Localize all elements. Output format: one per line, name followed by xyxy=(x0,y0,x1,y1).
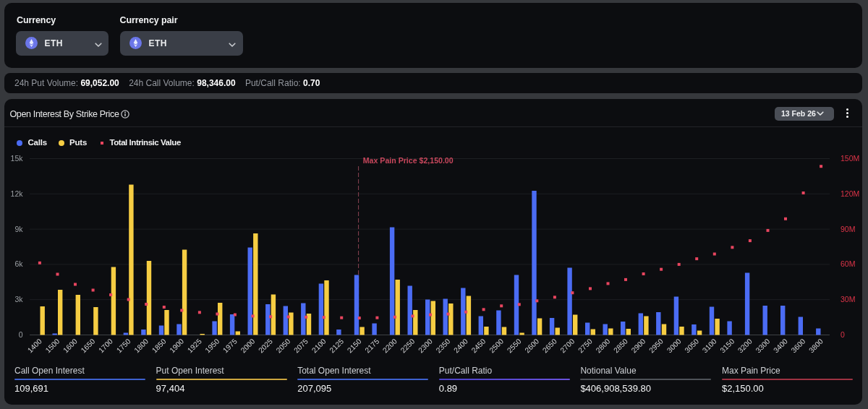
svg-text:3050: 3050 xyxy=(683,337,700,354)
svg-text:12k: 12k xyxy=(11,189,24,198)
svg-text:3300: 3300 xyxy=(754,337,772,354)
svg-text:90M: 90M xyxy=(841,225,855,233)
svg-text:60M: 60M xyxy=(841,259,855,268)
svg-text:2750: 2750 xyxy=(576,337,594,354)
svg-text:2600: 2600 xyxy=(523,337,540,354)
svg-text:1750: 1750 xyxy=(115,337,132,354)
svg-text:2850: 2850 xyxy=(612,337,629,354)
svg-text:2300: 2300 xyxy=(417,337,434,354)
svg-text:2175: 2175 xyxy=(364,337,381,354)
svg-text:9k: 9k xyxy=(14,225,23,233)
svg-text:2200: 2200 xyxy=(381,337,399,354)
svg-text:3400: 3400 xyxy=(772,337,789,354)
svg-text:3000: 3000 xyxy=(665,337,683,354)
svg-text:1500: 1500 xyxy=(44,337,61,354)
svg-text:1650: 1650 xyxy=(80,337,97,354)
svg-text:0: 0 xyxy=(841,330,845,339)
svg-text:2250: 2250 xyxy=(399,337,417,354)
svg-text:2650: 2650 xyxy=(541,337,558,354)
svg-text:2950: 2950 xyxy=(647,337,665,354)
svg-text:30M: 30M xyxy=(841,295,855,303)
svg-text:1600: 1600 xyxy=(61,337,79,354)
svg-text:1400: 1400 xyxy=(26,337,43,354)
svg-text:2450: 2450 xyxy=(470,337,488,354)
svg-text:3600: 3600 xyxy=(790,337,807,354)
svg-text:2500: 2500 xyxy=(488,337,505,354)
svg-text:1700: 1700 xyxy=(97,337,114,354)
svg-text:2700: 2700 xyxy=(559,337,576,354)
svg-text:1975: 1975 xyxy=(221,337,239,354)
svg-text:3150: 3150 xyxy=(719,337,736,354)
svg-text:150M: 150M xyxy=(841,154,859,163)
svg-text:3800: 3800 xyxy=(807,337,825,354)
svg-text:2150: 2150 xyxy=(346,337,363,354)
svg-text:2125: 2125 xyxy=(328,337,345,354)
svg-text:2350: 2350 xyxy=(435,337,452,354)
svg-text:2100: 2100 xyxy=(310,337,328,354)
svg-text:1925: 1925 xyxy=(186,337,203,354)
svg-text:1850: 1850 xyxy=(150,337,168,354)
svg-text:2550: 2550 xyxy=(506,337,523,354)
svg-text:2075: 2075 xyxy=(292,337,310,354)
svg-text:3100: 3100 xyxy=(701,337,718,354)
svg-text:2800: 2800 xyxy=(595,337,612,354)
svg-text:3200: 3200 xyxy=(736,337,754,354)
svg-text:1900: 1900 xyxy=(168,337,185,354)
svg-text:6k: 6k xyxy=(14,259,23,268)
svg-text:1800: 1800 xyxy=(132,337,150,354)
svg-text:2050: 2050 xyxy=(275,337,292,354)
svg-text:120M: 120M xyxy=(841,189,859,198)
svg-text:0: 0 xyxy=(19,330,23,339)
svg-text:2025: 2025 xyxy=(257,337,274,354)
svg-text:15k: 15k xyxy=(11,154,24,163)
svg-text:Max Pain Price $2,150.00: Max Pain Price $2,150.00 xyxy=(363,156,454,165)
svg-text:2000: 2000 xyxy=(239,337,257,354)
svg-text:3k: 3k xyxy=(14,295,23,303)
svg-text:1950: 1950 xyxy=(204,337,221,354)
svg-text:2400: 2400 xyxy=(452,337,469,354)
svg-text:2900: 2900 xyxy=(630,337,647,354)
